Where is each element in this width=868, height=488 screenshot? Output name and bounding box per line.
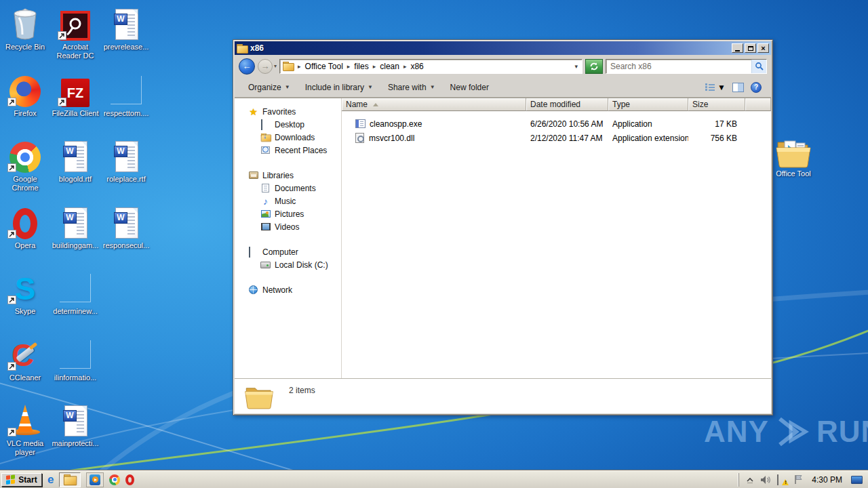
- filezilla-icon: FZ: [50, 72, 100, 107]
- breadcrumb-segment[interactable]: Office Tool: [305, 62, 343, 71]
- remote-display-icon[interactable]: [851, 476, 863, 484]
- favorites-star-icon: ★: [248, 106, 258, 117]
- sidebar-item-libraries[interactable]: Libraries: [235, 169, 341, 182]
- column-header-size[interactable]: Size: [688, 98, 745, 111]
- word-document-icon: W: [50, 204, 100, 239]
- new-folder-button[interactable]: New folder: [446, 80, 493, 95]
- file-row-msvcr100[interactable]: msvcr100.dll 2/12/2020 11:47 AM Applicat…: [342, 131, 771, 145]
- desktop-icon-label: Acrobat Reader DC: [50, 43, 100, 60]
- taskbar-chrome-button[interactable]: [109, 474, 120, 485]
- ghost-file-icon: [50, 270, 100, 305]
- titlebar[interactable]: x86 ×: [235, 41, 771, 55]
- desktop-icon-label: determinew...: [50, 307, 100, 316]
- desktop-icon-respecttom[interactable]: respecttom....: [101, 72, 151, 118]
- organize-button[interactable]: Organize▼: [244, 80, 294, 95]
- breadcrumb[interactable]: ▸ Office Tool ▸ files ▸ clean ▸ x86 ▾: [279, 59, 583, 74]
- desktop-icon-label: prevrelease...: [101, 43, 151, 52]
- desktop-monitor-icon: [260, 119, 271, 129]
- refresh-button[interactable]: [585, 59, 603, 74]
- breadcrumb-segment[interactable]: files: [354, 62, 368, 71]
- desktop-icon-determinew[interactable]: determinew...: [50, 270, 100, 316]
- breadcrumb-separator-icon: ▸: [401, 63, 410, 70]
- network-globe-icon: [248, 285, 258, 295]
- close-button[interactable]: ×: [757, 43, 769, 53]
- minimize-button[interactable]: [732, 43, 743, 53]
- system-tray: ! 4:30 PM: [738, 473, 867, 487]
- address-dropdown-icon[interactable]: ▾: [574, 63, 579, 70]
- desktop-icon-ilinformatio[interactable]: ilinformatio...: [50, 336, 100, 382]
- desktop-icon-label: Skype: [0, 307, 50, 316]
- desktop-icon-acrobat[interactable]: Acrobat Reader DC: [50, 5, 100, 60]
- desktop-icon-label: FileZilla Client: [50, 109, 100, 118]
- taskbar-clock[interactable]: 4:30 PM: [809, 475, 845, 485]
- windows-logo-icon: [6, 474, 16, 485]
- start-button[interactable]: Start: [1, 473, 42, 487]
- volume-icon[interactable]: [760, 475, 771, 485]
- taskbar-opera-button[interactable]: [125, 474, 134, 485]
- network-status-icon[interactable]: !: [777, 475, 788, 485]
- show-hidden-icons-chevron[interactable]: [746, 476, 754, 483]
- desktop-icon-blogold[interactable]: W blogold.rtf: [50, 138, 100, 184]
- column-header-date-modified[interactable]: Date modified: [526, 98, 608, 111]
- forward-button[interactable]: →: [258, 59, 273, 74]
- file-list: Name Date modified Type Size cleanospp.e…: [342, 98, 771, 378]
- maximize-button[interactable]: [745, 43, 756, 53]
- desktop-icon-ccleaner[interactable]: C CCleaner: [0, 336, 50, 382]
- search-input[interactable]: Search x86: [606, 59, 767, 74]
- file-row-cleanospp[interactable]: cleanospp.exe 6/26/2020 10:56 AM Applica…: [342, 117, 771, 131]
- desktop-icon-label: Firefox: [0, 109, 50, 118]
- address-bar: ← → ▾ ▸ Office Tool ▸ files ▸ clean ▸ x8…: [235, 55, 771, 77]
- back-button[interactable]: ←: [239, 58, 255, 75]
- sidebar-item-desktop[interactable]: Desktop: [235, 118, 341, 131]
- sidebar-item-documents[interactable]: Documents: [235, 182, 341, 195]
- desktop-icon-firefox[interactable]: Firefox: [0, 72, 50, 118]
- desktop-icon-label: responsecul...: [101, 241, 151, 250]
- desktop-icon-office-tool[interactable]: Office Tool: [765, 137, 822, 178]
- sidebar-item-recent-places[interactable]: Recent Places: [235, 144, 341, 157]
- desktop-icon-chrome[interactable]: Google Chrome: [0, 138, 50, 192]
- search-icon[interactable]: [751, 60, 766, 73]
- breadcrumb-separator-icon: ▸: [295, 63, 304, 70]
- include-in-library-button[interactable]: Include in library▼: [301, 80, 377, 95]
- desktop-icon-label: roleplace.rtf: [101, 175, 151, 184]
- action-center-flag-icon[interactable]: [794, 474, 803, 485]
- column-header-name[interactable]: Name: [342, 98, 526, 111]
- taskbar-explorer-button-active[interactable]: [59, 472, 81, 487]
- folder-icon: [775, 137, 812, 168]
- chrome-icon: [0, 138, 50, 173]
- breadcrumb-segment[interactable]: x86: [410, 62, 423, 71]
- taskbar-media-player-button[interactable]: [86, 472, 104, 487]
- help-button[interactable]: ?: [751, 82, 762, 93]
- preview-pane-button[interactable]: [732, 83, 744, 92]
- firefox-icon: [0, 72, 50, 107]
- desktop-icon-buildinggam[interactable]: W buildinggam...: [50, 204, 100, 250]
- sidebar-item-network[interactable]: Network: [235, 283, 341, 296]
- watermark-any: ANY: [704, 415, 769, 449]
- sidebar-item-favorites[interactable]: ★Favorites: [235, 105, 341, 118]
- desktop-icon-mainprotecti[interactable]: W mainprotecti...: [50, 402, 100, 448]
- desktop-icon-label: mainprotecti...: [50, 439, 100, 448]
- sidebar-item-music[interactable]: ♪Music: [235, 195, 341, 207]
- share-with-button[interactable]: Share with▼: [384, 80, 439, 95]
- desktop-icon-skype[interactable]: S Skype: [0, 270, 50, 316]
- shortcut-arrow-icon: [7, 98, 16, 106]
- desktop-icon-filezilla[interactable]: FZ FileZilla Client: [50, 72, 100, 118]
- desktop-icon-recycle-bin[interactable]: Recycle Bin: [0, 5, 50, 52]
- sidebar-item-videos[interactable]: Videos: [235, 220, 341, 233]
- change-view-button[interactable]: ▼: [705, 83, 726, 92]
- sidebar-item-local-disk-c[interactable]: Local Disk (C:): [235, 258, 341, 271]
- desktop-icon-roleplace[interactable]: W roleplace.rtf: [101, 138, 151, 184]
- desktop-icon-opera[interactable]: Opera: [0, 204, 50, 250]
- music-note-icon: ♪: [260, 196, 271, 206]
- chevron-down-icon: ▼: [717, 83, 726, 92]
- sidebar-item-pictures[interactable]: Pictures: [235, 207, 341, 220]
- desktop-icon-prevrelease[interactable]: W prevrelease...: [101, 5, 151, 52]
- history-dropdown-icon[interactable]: ▾: [274, 63, 277, 69]
- desktop-icon-vlc[interactable]: VLC media player: [0, 402, 50, 457]
- desktop-icon-responsecul[interactable]: W responsecul...: [101, 204, 151, 250]
- breadcrumb-segment[interactable]: clean: [380, 62, 399, 71]
- sidebar-item-downloads[interactable]: ↓Downloads: [235, 131, 341, 144]
- sidebar-item-computer[interactable]: Computer: [235, 245, 341, 258]
- taskbar-ie-button[interactable]: e: [47, 474, 54, 486]
- column-header-type[interactable]: Type: [608, 98, 688, 111]
